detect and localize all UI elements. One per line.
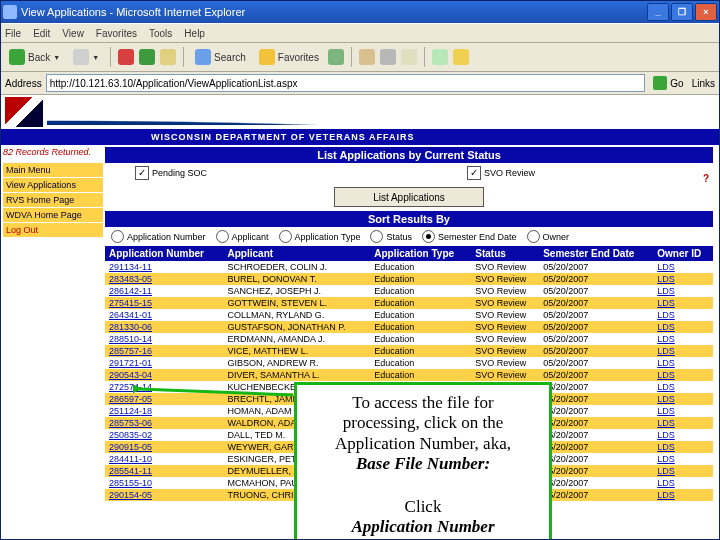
application-number-link[interactable]: 288510-14 [109,334,152,344]
table-row: 264341-01COLLMAN, RYLAND G.EducationSVO … [105,309,713,321]
edit-icon[interactable] [401,49,417,65]
owner-link[interactable]: LDS [657,430,675,440]
owner-link[interactable]: LDS [657,478,675,488]
go-button[interactable]: Go [649,76,687,90]
restore-button[interactable]: ❐ [671,3,693,21]
owner-link[interactable]: LDS [657,490,675,500]
sidebar-item-1[interactable]: View Applications [3,178,103,193]
sort-4[interactable]: Semester End Date [422,230,517,243]
type-cell: Education [370,321,471,333]
filter-pending[interactable]: ✓Pending SOC [135,166,207,180]
history-icon[interactable] [328,49,344,65]
links-label[interactable]: Links [692,78,715,89]
date-cell: 05/20/2007 [539,345,653,357]
owner-link[interactable]: LDS [657,394,675,404]
date-cell: 05/20/2007 [539,309,653,321]
application-number-link[interactable]: 286142-11 [109,286,152,296]
owner-link[interactable]: LDS [657,298,675,308]
messenger-icon[interactable] [453,49,469,65]
application-number-link[interactable]: 264341-01 [109,310,152,320]
list-applications-button[interactable]: List Applications [334,187,484,207]
window-title: View Applications - Microsoft Internet E… [21,6,245,18]
application-number-link[interactable]: 290154-05 [109,490,152,500]
sort-5[interactable]: Owner [527,230,570,243]
toolbar: Back▼ ▼ Search Favorites [1,42,719,72]
owner-link[interactable]: LDS [657,370,675,380]
application-number-link[interactable]: 281330-06 [109,322,152,332]
banner [1,95,719,129]
minimize-button[interactable]: _ [647,3,669,21]
col-header: Status [471,246,539,261]
filter-svo[interactable]: ✓SVO Review [467,166,535,180]
owner-link[interactable]: LDS [657,262,675,272]
search-icon [195,49,211,65]
sort-options: Application NumberApplicantApplication T… [105,227,713,246]
back-button[interactable]: Back▼ [5,46,64,68]
stop-icon[interactable] [118,49,134,65]
application-number-link[interactable]: 283483-05 [109,274,152,284]
owner-link[interactable]: LDS [657,322,675,332]
owner-link[interactable]: LDS [657,466,675,476]
date-cell: 05/20/2007 [539,477,653,489]
discuss-icon[interactable] [432,49,448,65]
address-bar: Address Go Links [1,72,719,95]
date-cell: 05/20/2007 [539,441,653,453]
owner-link[interactable]: LDS [657,346,675,356]
menu-file[interactable]: File [5,28,21,39]
applicant-cell: BUREL, DONOVAN T. [224,273,371,285]
application-number-link[interactable]: 284411-10 [109,454,152,464]
application-number-link[interactable]: 286597-05 [109,394,152,404]
status-cell: SVO Review [471,333,539,345]
owner-link[interactable]: LDS [657,382,675,392]
sidebar-item-4[interactable]: Log Out [3,223,103,238]
application-number-link[interactable]: 251124-18 [109,406,152,416]
forward-button[interactable]: ▼ [69,46,103,68]
sort-1[interactable]: Applicant [216,230,269,243]
refresh-icon[interactable] [139,49,155,65]
sidebar-item-2[interactable]: RVS Home Page [3,193,103,208]
print-icon[interactable] [380,49,396,65]
application-number-link[interactable]: 285757-16 [109,346,152,356]
menu-edit[interactable]: Edit [33,28,50,39]
home-icon[interactable] [160,49,176,65]
owner-link[interactable]: LDS [657,310,675,320]
back-icon [9,49,25,65]
help-icon[interactable]: ? [703,173,709,184]
owner-link[interactable]: LDS [657,418,675,428]
owner-link[interactable]: LDS [657,358,675,368]
mail-icon[interactable] [359,49,375,65]
owner-link[interactable]: LDS [657,454,675,464]
owner-link[interactable]: LDS [657,274,675,284]
favorites-button[interactable]: Favorites [255,46,323,68]
menu-help[interactable]: Help [184,28,205,39]
application-number-link[interactable]: 291721-01 [109,358,152,368]
application-number-link[interactable]: 285541-11 [109,466,152,476]
sort-2[interactable]: Application Type [279,230,361,243]
application-number-link[interactable]: 250835-02 [109,430,152,440]
menu-favorites[interactable]: Favorites [96,28,137,39]
date-cell: 05/20/2007 [539,393,653,405]
col-header: Application Type [370,246,471,261]
application-number-link[interactable]: 290915-05 [109,442,152,452]
menu-tools[interactable]: Tools [149,28,172,39]
sort-3[interactable]: Status [370,230,412,243]
application-number-link[interactable]: 272574-14 [109,382,152,392]
application-number-link[interactable]: 285753-06 [109,418,152,428]
list-header: List Applications by Current Status [105,147,713,163]
sidebar-item-0[interactable]: Main Menu [3,163,103,178]
application-number-link[interactable]: 290543-04 [109,370,152,380]
application-number-link[interactable]: 275415-15 [109,298,152,308]
owner-link[interactable]: LDS [657,286,675,296]
sort-0[interactable]: Application Number [111,230,206,243]
owner-link[interactable]: LDS [657,442,675,452]
application-number-link[interactable]: 285155-10 [109,478,152,488]
application-number-link[interactable]: 291134-11 [109,262,152,272]
menu-view[interactable]: View [62,28,84,39]
owner-link[interactable]: LDS [657,406,675,416]
address-input[interactable] [46,74,646,92]
search-button[interactable]: Search [191,46,250,68]
close-button[interactable]: × [695,3,717,21]
owner-link[interactable]: LDS [657,334,675,344]
sidebar-item-3[interactable]: WDVA Home Page [3,208,103,223]
type-cell: Education [370,345,471,357]
